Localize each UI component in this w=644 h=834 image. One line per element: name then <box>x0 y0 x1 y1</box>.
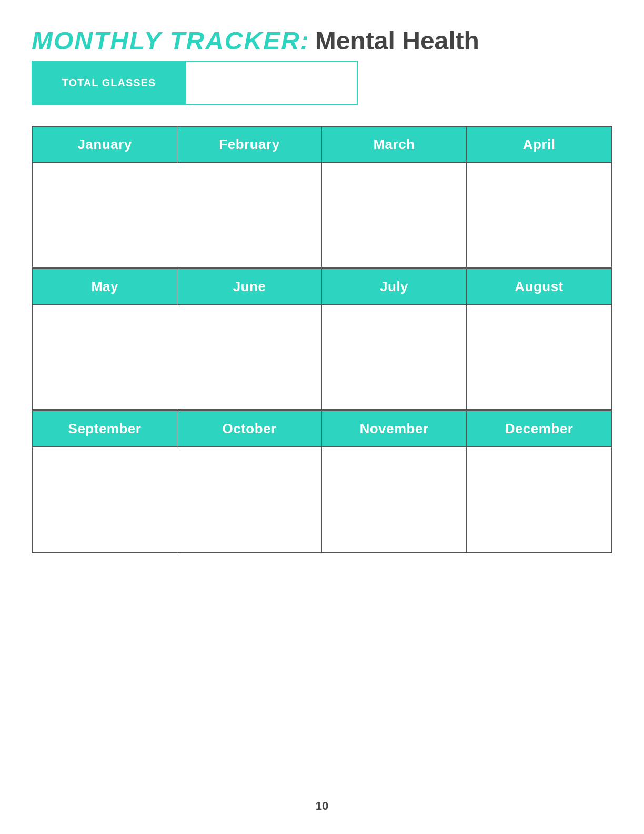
month-cell-january[interactable] <box>33 163 177 268</box>
month-header-august: August <box>467 269 611 305</box>
month-name-june: June <box>233 279 266 294</box>
month-name-april: April <box>523 136 556 152</box>
month-header-february: February <box>177 127 322 163</box>
header: MONTHLY TRACKER: Mental Health TOTAL GLA… <box>32 26 612 105</box>
month-content-row-1 <box>33 163 611 268</box>
month-name-august: August <box>515 279 564 294</box>
month-name-march: March <box>373 136 415 152</box>
month-header-october: October <box>177 411 322 447</box>
month-name-february: February <box>219 136 279 152</box>
month-header-november: November <box>322 411 467 447</box>
title-line: MONTHLY TRACKER: Mental Health <box>32 26 612 55</box>
calendar-grid: January February March April <box>32 126 612 553</box>
page-container: MONTHLY TRACKER: Mental Health TOTAL GLA… <box>0 0 644 834</box>
month-name-january: January <box>77 136 132 152</box>
row-group-2: May June July August <box>33 269 611 411</box>
month-name-september: September <box>68 421 142 436</box>
month-header-march: March <box>322 127 467 163</box>
month-cell-october[interactable] <box>177 447 322 552</box>
title-subtitle: Mental Health <box>315 26 479 55</box>
month-name-december: December <box>505 421 573 436</box>
month-header-june: June <box>177 269 322 305</box>
month-header-may: May <box>33 269 177 305</box>
title-tracker: MONTHLY TRACKER: <box>32 26 310 55</box>
month-header-july: July <box>322 269 467 305</box>
month-content-row-2 <box>33 305 611 410</box>
summary-label: TOTAL GLASSES <box>62 77 156 89</box>
month-header-row-2: May June July August <box>33 269 611 305</box>
summary-box: TOTAL GLASSES <box>32 61 358 105</box>
month-name-november: November <box>359 421 428 436</box>
row-group-1: January February March April <box>33 127 611 269</box>
month-cell-march[interactable] <box>322 163 467 268</box>
month-header-row-3: September October November December <box>33 411 611 447</box>
month-cell-may[interactable] <box>33 305 177 410</box>
month-header-row-1: January February March April <box>33 127 611 163</box>
month-cell-july[interactable] <box>322 305 467 410</box>
month-header-september: September <box>33 411 177 447</box>
month-cell-june[interactable] <box>177 305 322 410</box>
month-header-january: January <box>33 127 177 163</box>
summary-value-cell[interactable] <box>185 62 357 104</box>
month-name-october: October <box>222 421 276 436</box>
month-cell-august[interactable] <box>467 305 611 410</box>
month-content-row-3 <box>33 447 611 552</box>
month-cell-december[interactable] <box>467 447 611 552</box>
row-group-3: September October November December <box>33 411 611 552</box>
month-cell-february[interactable] <box>177 163 322 268</box>
month-cell-november[interactable] <box>322 447 467 552</box>
month-header-april: April <box>467 127 611 163</box>
month-name-july: July <box>380 279 408 294</box>
summary-label-cell: TOTAL GLASSES <box>33 62 185 104</box>
month-header-december: December <box>467 411 611 447</box>
month-cell-april[interactable] <box>467 163 611 268</box>
page-number: 10 <box>316 799 328 813</box>
month-name-may: May <box>91 279 118 294</box>
month-cell-september[interactable] <box>33 447 177 552</box>
